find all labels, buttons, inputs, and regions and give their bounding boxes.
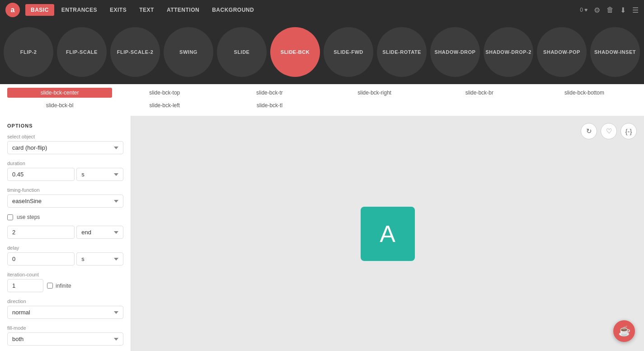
heart-count: 0 ♥: [580, 7, 588, 13]
circle-slide-fwd[interactable]: SLIDE-FWD: [324, 27, 373, 77]
duration-unit-select[interactable]: s ms: [76, 168, 123, 181]
duration-input[interactable]: [7, 168, 75, 181]
animation-circles-row: FLIP-2 FLIP-SCALE FLIP-SCALE-2 SWING SLI…: [0, 20, 644, 84]
sub-option-slide-bck-center[interactable]: slide-bck-center: [7, 88, 112, 98]
circle-shadow-inset[interactable]: SHADOW-INSET: [590, 27, 640, 77]
circle-flip-scale[interactable]: FLIP-SCALE: [57, 27, 107, 77]
sub-option-slide-bck-bl[interactable]: slide-bck-bl: [7, 100, 112, 110]
timing-function-group: timing-function easeInSine easeOutSine e…: [7, 187, 123, 208]
delay-group: delay s ms: [7, 245, 123, 266]
duration-label: duration: [7, 161, 123, 166]
circle-slide[interactable]: SLIDE: [217, 27, 267, 77]
infinite-label: infinite: [56, 283, 71, 289]
nav-tab-basic[interactable]: BASIC: [25, 4, 54, 16]
sub-option-slide-bck-right[interactable]: slide-bck-right: [322, 88, 427, 98]
steps-end-select[interactable]: end start: [76, 226, 123, 239]
duration-group: duration s ms: [7, 161, 123, 181]
nav-tab-text[interactable]: TEXT: [134, 4, 160, 16]
circle-shadow-pop[interactable]: SHADOW-POP: [537, 27, 587, 77]
select-object-dropdown[interactable]: card (hor-flip) card (ver-flip) element: [7, 141, 123, 154]
circle-shadow-drop[interactable]: SHADOW-DROP: [430, 27, 480, 77]
nav-tab-exits[interactable]: EXITS: [104, 4, 132, 16]
logo: a: [5, 3, 20, 17]
sub-options-row: slide-bck-center slide-bck-top slide-bck…: [0, 84, 644, 116]
use-steps-label: use steps: [17, 214, 40, 220]
nav-tab-attention[interactable]: ATTENTION: [161, 4, 205, 16]
sub-option-slide-bck-tl[interactable]: slide-bck-tl: [217, 100, 322, 110]
iteration-count-label: iteration-count: [7, 272, 123, 277]
circle-flip-scale-2[interactable]: FLIP-SCALE-2: [110, 27, 160, 77]
circle-slide-rotate[interactable]: SLIDE-ROTATE: [377, 27, 427, 77]
main-area: OPTIONS select object card (hor-flip) ca…: [0, 116, 644, 351]
fill-mode-select[interactable]: both forwards backwards none: [7, 332, 123, 346]
preview-card-letter: A: [380, 220, 395, 247]
direction-select[interactable]: normal reverse alternate alternate-rever…: [7, 306, 123, 319]
select-object-label: select object: [7, 134, 123, 139]
circle-shadow-drop-2[interactable]: SHADOW-DROP-2: [484, 27, 533, 77]
infinite-checkbox[interactable]: [47, 283, 53, 289]
circle-flip-2[interactable]: FLIP-2: [4, 27, 53, 77]
direction-group: direction normal reverse alternate alter…: [7, 299, 123, 319]
coffee-button[interactable]: ☕: [613, 320, 635, 342]
sub-option-slide-bck-top[interactable]: slide-bck-top: [112, 88, 217, 98]
options-title: OPTIONS: [7, 123, 123, 128]
nav-icons: 0 ♥ ⚙ 🗑 ⬇ ☰: [580, 6, 639, 14]
sub-option-slide-bck-br[interactable]: slide-bck-br: [427, 88, 532, 98]
direction-label: direction: [7, 299, 123, 304]
nav-tab-entrances[interactable]: ENTRANCES: [56, 4, 103, 16]
use-steps-row: use steps: [7, 214, 123, 220]
circle-slide-bck[interactable]: SLIDE-BCK: [270, 27, 320, 77]
delay-unit-select[interactable]: s ms: [76, 252, 123, 266]
timing-function-label: timing-function: [7, 187, 123, 193]
sub-option-slide-bck-bottom[interactable]: slide-bck-bottom: [532, 88, 637, 98]
preview-controls: ↻ ♡ {-}: [581, 123, 637, 139]
iteration-count-group: iteration-count infinite: [7, 272, 123, 292]
fill-mode-group: fill-mode both forwards backwards none: [7, 325, 123, 346]
download-icon[interactable]: ⬇: [620, 6, 626, 14]
preview-area: ↻ ♡ {-} A: [131, 116, 644, 351]
use-steps-checkbox[interactable]: [7, 214, 13, 220]
trash-icon[interactable]: 🗑: [606, 6, 614, 14]
timing-function-select[interactable]: easeInSine easeOutSine easeInOutSine lin…: [7, 194, 123, 208]
menu-icon[interactable]: ☰: [632, 6, 639, 14]
steps-row: end start: [7, 226, 123, 239]
sub-option-slide-bck-left[interactable]: slide-bck-left: [112, 100, 217, 110]
delay-input[interactable]: [7, 252, 75, 266]
top-nav: a BASIC ENTRANCES EXITS TEXT ATTENTION B…: [0, 0, 644, 20]
circle-swing[interactable]: SWING: [164, 27, 213, 77]
sub-option-slide-bck-tr[interactable]: slide-bck-tr: [217, 88, 322, 98]
steps-input[interactable]: [7, 226, 75, 239]
sidebar: OPTIONS select object card (hor-flip) ca…: [0, 116, 131, 351]
delay-label: delay: [7, 245, 123, 251]
refresh-button[interactable]: ↻: [581, 123, 597, 139]
fill-mode-label: fill-mode: [7, 325, 123, 331]
preview-card: A: [361, 207, 415, 261]
select-object-group: select object card (hor-flip) card (ver-…: [7, 134, 123, 154]
nav-tab-background[interactable]: BACKGROUND: [207, 4, 259, 16]
filter-icon[interactable]: ⚙: [594, 6, 600, 14]
iteration-count-input[interactable]: [7, 279, 43, 292]
heart-button[interactable]: ♡: [601, 123, 617, 139]
code-button[interactable]: {-}: [620, 123, 637, 139]
